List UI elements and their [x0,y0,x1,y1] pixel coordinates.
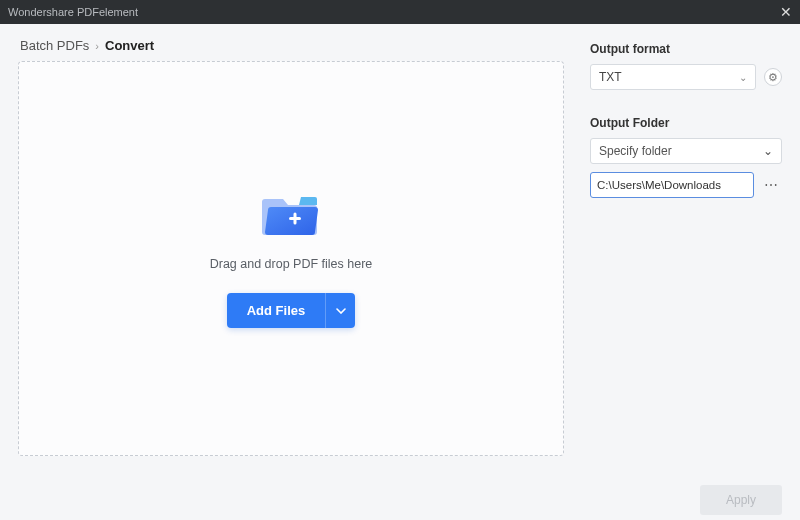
ellipsis-icon: ⋯ [764,177,779,193]
gear-icon: ⚙ [768,71,778,84]
browse-folder-button[interactable]: ⋯ [760,174,782,196]
chevron-down-icon [336,308,346,314]
file-dropzone[interactable]: Drag and drop PDF files here Add Files [18,61,564,456]
output-format-label: Output format [590,42,782,56]
dropzone-hint: Drag and drop PDF files here [210,257,373,271]
add-files-button[interactable]: Add Files [227,293,326,328]
content: Batch PDFs › Convert [0,24,800,480]
add-folder-icon [261,189,321,239]
breadcrumb-current: Convert [105,38,154,53]
output-folder-mode-value: Specify folder [599,144,672,158]
breadcrumb: Batch PDFs › Convert [18,38,564,53]
settings-button[interactable]: ⚙ [764,68,782,86]
close-icon[interactable]: ✕ [780,5,792,19]
chevron-down-icon: ⌄ [763,144,773,158]
output-format-select[interactable]: TXT ⌄ [590,64,756,90]
chevron-down-icon: ⌄ [739,72,747,83]
output-folder-path-input[interactable] [590,172,754,198]
footer: Apply [0,480,800,520]
output-format-value: TXT [599,70,622,84]
chevron-right-icon: › [95,40,99,52]
output-folder-mode-select[interactable]: Specify folder ⌄ [590,138,782,164]
right-pane: Output format TXT ⌄ ⚙ Output Folder Spec… [580,24,800,480]
add-files-group: Add Files [227,293,356,328]
window-title: Wondershare PDFelement [8,6,138,18]
titlebar: Wondershare PDFelement ✕ [0,0,800,24]
left-pane: Batch PDFs › Convert [0,24,580,480]
output-folder-label: Output Folder [590,116,782,130]
svg-rect-1 [294,213,297,225]
apply-button[interactable]: Apply [700,485,782,515]
add-files-dropdown-button[interactable] [325,293,355,328]
breadcrumb-parent[interactable]: Batch PDFs [20,38,89,53]
